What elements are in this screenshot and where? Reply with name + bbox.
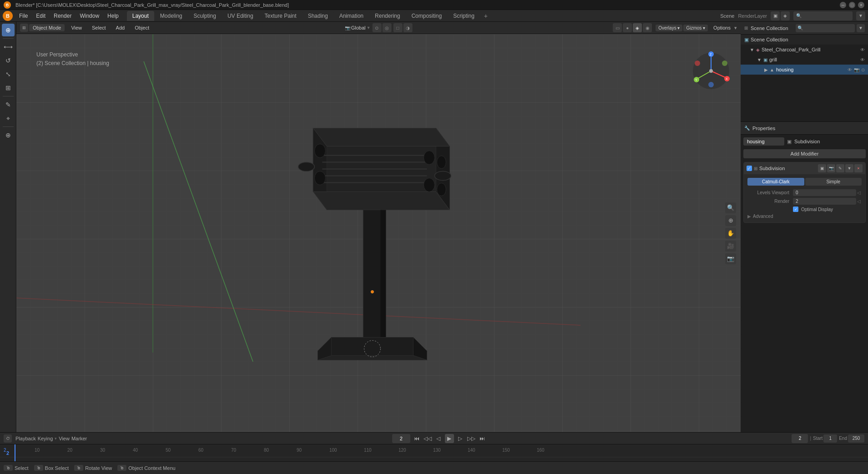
- menu-render[interactable]: Render: [50, 12, 75, 20]
- outliner-scene-collection[interactable]: ▣ Scene Collection: [741, 35, 868, 45]
- render-icon-1[interactable]: ▣: [771, 11, 780, 20]
- viewport-shading[interactable]: ◑: [403, 23, 412, 32]
- outliner-filter[interactable]: ▼: [857, 24, 865, 32]
- options-button[interactable]: Options: [713, 25, 731, 30]
- play-button[interactable]: ▶: [445, 434, 454, 443]
- advanced-toggle[interactable]: ▶ Advanced: [747, 214, 862, 219]
- add-workspace-button[interactable]: +: [480, 10, 491, 21]
- annotate-tool[interactable]: ✎: [2, 98, 15, 111]
- workspace-scripting[interactable]: Scripting: [448, 11, 480, 21]
- outliner-item-housing[interactable]: ▶ ▲ housing 👁 📷 ⊙: [741, 65, 868, 75]
- add-menu[interactable]: Add: [112, 24, 129, 31]
- marker-menu[interactable]: Marker: [71, 436, 87, 441]
- view-menu-timeline[interactable]: View: [59, 436, 70, 441]
- timeline-type-icon[interactable]: ⏱: [4, 434, 12, 443]
- viewport-overlays-button[interactable]: Overlays ▾: [656, 25, 682, 31]
- cursor-tool[interactable]: ⊕: [2, 24, 15, 36]
- optimal-display-checkbox[interactable]: ✓: [793, 207, 798, 212]
- select-menu[interactable]: Select: [88, 24, 110, 31]
- maximize-button[interactable]: □: [849, 2, 855, 8]
- grill-visibility-icon[interactable]: 👁: [860, 57, 865, 62]
- close-button[interactable]: ×: [858, 2, 864, 8]
- wireframe-mode[interactable]: ▭: [613, 23, 622, 32]
- measure-tool[interactable]: ⌖: [2, 112, 15, 125]
- workspace-animation[interactable]: Animation: [334, 11, 369, 21]
- workspace-shading[interactable]: Shading: [303, 11, 333, 21]
- window-controls[interactable]: ─ □ ×: [840, 2, 864, 8]
- modifier-expand-icon[interactable]: ▼: [845, 164, 853, 172]
- object-name-input[interactable]: housing: [743, 137, 784, 146]
- viewport-canvas[interactable]: User Perspective (2) Scene Collection | …: [16, 34, 741, 432]
- outliner-search[interactable]: 🔍: [796, 24, 855, 32]
- current-frame-display[interactable]: 2: [392, 434, 410, 443]
- proportional-edit[interactable]: ◎: [382, 23, 391, 32]
- housing-visibility-icon[interactable]: 👁: [848, 67, 852, 72]
- xray-toggle[interactable]: □: [393, 23, 402, 32]
- menu-file[interactable]: File: [15, 12, 31, 20]
- orbit-button[interactable]: 🎥: [725, 241, 736, 252]
- workspace-texture-paint[interactable]: Texture Paint: [259, 11, 302, 21]
- modifier-render-icon[interactable]: 📷: [827, 164, 835, 172]
- menu-window[interactable]: Window: [76, 12, 103, 20]
- camera-button[interactable]: 📷: [725, 253, 736, 264]
- catmull-clark-button[interactable]: Catmull-Clark: [747, 178, 804, 186]
- jump-end-button[interactable]: ⏭: [478, 434, 487, 443]
- add-modifier-button[interactable]: Add Modifier: [743, 149, 866, 158]
- end-frame-input[interactable]: 250: [848, 434, 864, 443]
- visibility-icon[interactable]: 👁: [860, 47, 865, 52]
- menu-edit[interactable]: Edit: [32, 12, 49, 20]
- jump-start-button[interactable]: ⏮: [412, 434, 421, 443]
- transform-tool[interactable]: ⊞: [2, 81, 15, 94]
- viewport-type-icon[interactable]: ⊞: [20, 24, 28, 32]
- render-input[interactable]: 2: [793, 198, 856, 205]
- scale-tool[interactable]: ⤡: [2, 68, 15, 81]
- move-tool[interactable]: ⟷: [2, 40, 15, 53]
- playback-menu[interactable]: Playback: [15, 436, 36, 441]
- add-object-tool[interactable]: ⊕: [2, 129, 15, 141]
- housing-select-icon[interactable]: ⊙: [861, 67, 865, 72]
- zoom-region-button[interactable]: ⊕: [725, 215, 736, 226]
- housing-render-icon[interactable]: 📷: [854, 67, 859, 72]
- next-frame-button[interactable]: ▷: [456, 434, 465, 443]
- start-frame-input[interactable]: 1: [823, 434, 837, 443]
- simple-button[interactable]: Simple: [805, 178, 862, 186]
- next-keyframe-button[interactable]: ▷▷: [467, 434, 476, 443]
- pan-button[interactable]: ✋: [725, 228, 736, 239]
- workspace-sculpting[interactable]: Sculpting: [188, 11, 222, 21]
- workspace-rendering[interactable]: Rendering: [369, 11, 405, 21]
- workspace-modeling[interactable]: Modeling: [155, 11, 188, 21]
- prev-frame-button[interactable]: ◁: [434, 434, 443, 443]
- modifier-realtime-icon[interactable]: ▣: [818, 164, 826, 172]
- render-arrow[interactable]: ◁: [856, 199, 862, 204]
- render-icon-2[interactable]: ◈: [781, 11, 790, 20]
- menu-help[interactable]: Help: [104, 12, 122, 20]
- viewport-gizmos-button[interactable]: Gizmos ▾: [683, 25, 708, 31]
- zoom-in-button[interactable]: 🔍: [725, 202, 736, 213]
- rotate-tool[interactable]: ↺: [2, 54, 15, 67]
- material-mode[interactable]: ◈: [633, 23, 642, 32]
- workspace-uv-editing[interactable]: UV Editing: [222, 11, 259, 21]
- workspace-compositing[interactable]: Compositing: [406, 11, 447, 21]
- view-menu[interactable]: View: [67, 24, 86, 31]
- outliner-item-grill[interactable]: ▼ ▣ grill 👁: [741, 55, 868, 65]
- workspace-layout[interactable]: Layout: [127, 11, 154, 21]
- solid-mode[interactable]: ●: [623, 23, 632, 32]
- object-mode-select[interactable]: Object Mode: [29, 24, 65, 31]
- prev-keyframe-button[interactable]: ◁◁: [423, 434, 432, 443]
- navigation-gizmo[interactable]: Z X Y: [691, 50, 732, 91]
- rendered-mode[interactable]: ◉: [643, 23, 652, 32]
- modifier-edit-icon[interactable]: ✎: [836, 164, 844, 172]
- search-bar[interactable]: 🔍: [793, 11, 853, 20]
- snap-magnet[interactable]: ⊙: [372, 23, 381, 32]
- current-frame-right[interactable]: 2: [792, 434, 808, 443]
- object-menu[interactable]: Object: [131, 24, 153, 31]
- levels-viewport-arrow[interactable]: ◁: [856, 190, 862, 195]
- minimize-button[interactable]: ─: [840, 2, 846, 8]
- modifier-close-button[interactable]: ×: [854, 164, 863, 172]
- viewport-selector[interactable]: 📷 Global ▼: [345, 25, 371, 30]
- timeline-ruler[interactable]: 2 10 20 30 40 50 60 70 80 90 100 110 120…: [0, 444, 868, 462]
- outliner-item-scene[interactable]: ▼ ◈ Steel_Charcoal_Park_Grill 👁: [741, 45, 868, 55]
- filter-icon[interactable]: ▼: [856, 11, 865, 20]
- levels-viewport-input[interactable]: 0: [793, 189, 856, 196]
- keying-menu[interactable]: Keying: [38, 436, 53, 441]
